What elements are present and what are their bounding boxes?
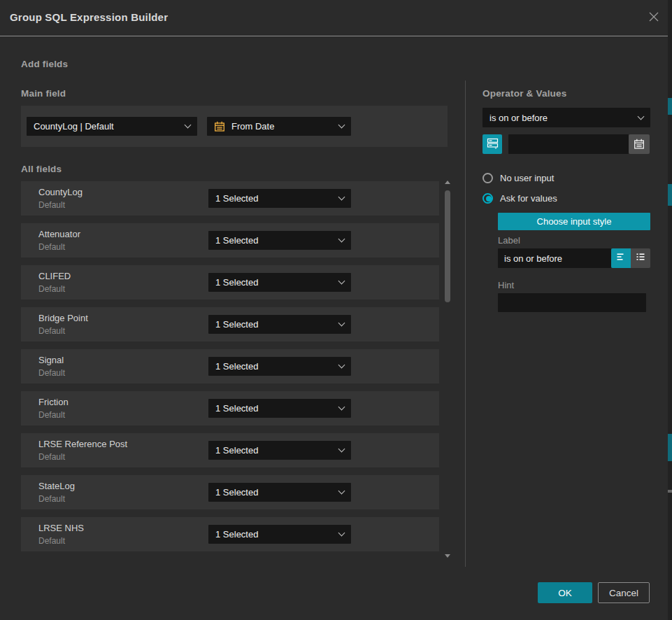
chevron-down-icon — [638, 113, 645, 120]
scrollbar-up-arrow[interactable] — [445, 181, 450, 184]
calendar-icon — [214, 121, 225, 132]
label-input[interactable] — [498, 248, 611, 268]
field-selection-value: 1 Selected — [215, 487, 339, 498]
panel-divider — [465, 80, 466, 567]
radio-icon — [482, 193, 493, 204]
field-layer-name: Default — [38, 368, 65, 378]
cancel-button[interactable]: Cancel — [598, 582, 650, 603]
field-row: Signal Default 1 Selected — [21, 349, 439, 383]
align-left-icon — [615, 251, 627, 265]
field-selection-dropdown[interactable]: 1 Selected — [208, 357, 351, 376]
chevron-down-icon — [338, 278, 345, 285]
hint-field-label: Hint — [498, 280, 514, 290]
field-selection-value: 1 Selected — [215, 361, 339, 372]
close-button[interactable] — [646, 10, 662, 26]
group-sql-expression-builder-dialog: Group SQL Expression Builder Add fields … — [0, 0, 672, 620]
field-selection-dropdown[interactable]: 1 Selected — [208, 399, 351, 418]
field-layer-name: Default — [38, 242, 65, 252]
field-name: LRSE Reference Post — [38, 439, 127, 449]
calendar-icon — [634, 139, 645, 150]
field-selection-dropdown[interactable]: 1 Selected — [208, 525, 351, 544]
layer-dropdown[interactable]: CountyLog | Default — [27, 117, 197, 136]
chevron-down-icon — [338, 488, 345, 495]
chevron-down-icon — [338, 362, 345, 369]
main-field-dropdown-value: From Date — [231, 121, 333, 132]
field-row: Bridge Point Default 1 Selected — [21, 307, 439, 341]
chevron-down-icon — [338, 404, 345, 411]
choose-input-style-button[interactable]: Choose input style — [498, 213, 650, 230]
field-selection-value: 1 Selected — [215, 277, 339, 288]
background-edge-segment — [668, 184, 672, 206]
field-layer-name: Default — [38, 326, 65, 336]
scrollbar-thumb[interactable] — [445, 190, 450, 302]
field-name: StateLog — [38, 481, 75, 491]
field-name: Friction — [38, 397, 69, 407]
background-edge-sliver — [668, 0, 672, 620]
list-icon — [635, 251, 646, 265]
radio-ask-for-values[interactable]: Ask for values — [482, 192, 557, 204]
field-row: StateLog Default 1 Selected — [21, 475, 439, 509]
field-selection-value: 1 Selected — [215, 235, 339, 246]
value-input[interactable] — [508, 134, 629, 154]
field-row: LRSE Reference Post Default 1 Selected — [21, 433, 439, 467]
dialog-titlebar: Group SQL Expression Builder — [0, 0, 672, 36]
field-selection-dropdown[interactable]: 1 Selected — [208, 483, 351, 502]
list-style-button[interactable] — [631, 248, 650, 268]
field-selection-dropdown[interactable]: 1 Selected — [208, 315, 351, 334]
close-icon — [648, 10, 660, 26]
scrollbar-down-arrow[interactable] — [445, 554, 450, 558]
background-edge-segment — [668, 98, 672, 115]
value-calendar-button[interactable] — [629, 134, 650, 154]
field-layer-name: Default — [38, 284, 65, 294]
field-selection-dropdown[interactable]: 1 Selected — [208, 441, 351, 460]
chevron-down-icon — [338, 446, 345, 453]
all-fields-heading: All fields — [21, 164, 62, 174]
field-row: LRSE NHS Default 1 Selected — [21, 517, 439, 551]
field-selection-value: 1 Selected — [215, 319, 339, 330]
field-selection-value: 1 Selected — [215, 529, 339, 540]
field-name: CountyLog — [38, 187, 83, 197]
stacked-input-icon — [487, 137, 499, 152]
value-input-type-button[interactable] — [482, 134, 502, 154]
operator-dropdown[interactable]: is on or before — [482, 108, 650, 127]
background-edge-segment — [668, 434, 672, 461]
field-layer-name: Default — [38, 410, 65, 420]
single-line-style-button[interactable] — [611, 248, 631, 268]
radio-icon — [482, 173, 493, 183]
chevron-down-icon — [338, 236, 345, 243]
all-fields-list: CountyLog Default 1 Selected Attenuator … — [21, 181, 439, 559]
field-layer-name: Default — [38, 536, 65, 546]
main-field-dropdown[interactable]: From Date — [207, 117, 351, 136]
chevron-down-icon — [338, 122, 345, 129]
chevron-down-icon — [338, 320, 345, 327]
chevron-down-icon — [185, 122, 192, 129]
main-field-box: CountyLog | Default From Date — [21, 106, 448, 147]
add-fields-heading: Add fields — [21, 59, 68, 69]
field-layer-name: Default — [38, 452, 65, 462]
hint-input[interactable] — [498, 293, 646, 312]
radio-label: No user input — [500, 173, 554, 183]
background-edge-segment — [668, 490, 672, 493]
field-selection-dropdown[interactable]: 1 Selected — [208, 273, 351, 292]
radio-label: Ask for values — [500, 193, 557, 204]
field-row: Attenuator Default 1 Selected — [21, 223, 439, 258]
field-name: CLIFED — [38, 271, 71, 281]
field-name: LRSE NHS — [38, 523, 84, 533]
label-field-label: Label — [498, 235, 520, 246]
field-name: Signal — [38, 355, 64, 365]
layer-dropdown-value: CountyLog | Default — [34, 121, 185, 132]
operator-dropdown-value: is on or before — [489, 113, 638, 123]
field-selection-value: 1 Selected — [215, 193, 339, 204]
field-name: Bridge Point — [38, 313, 88, 323]
field-layer-name: Default — [38, 200, 65, 210]
radio-no-user-input[interactable]: No user input — [482, 171, 554, 184]
field-selection-value: 1 Selected — [215, 445, 339, 456]
field-selection-dropdown[interactable]: 1 Selected — [208, 231, 351, 250]
ok-button[interactable]: OK — [538, 582, 592, 603]
dialog-title: Group SQL Expression Builder — [10, 11, 168, 23]
field-name: Attenuator — [38, 229, 80, 239]
field-row: CLIFED Default 1 Selected — [21, 265, 439, 300]
chevron-down-icon — [338, 530, 345, 537]
chevron-down-icon — [338, 194, 345, 201]
field-selection-dropdown[interactable]: 1 Selected — [208, 189, 351, 208]
